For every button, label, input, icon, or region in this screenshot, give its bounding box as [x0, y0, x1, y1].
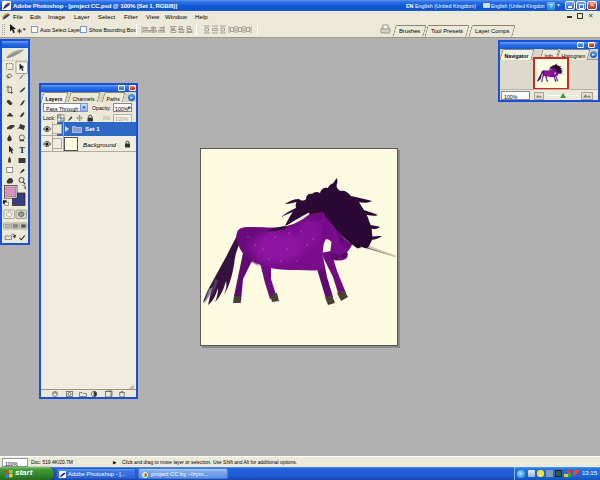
svg-text:T: T — [19, 145, 25, 155]
